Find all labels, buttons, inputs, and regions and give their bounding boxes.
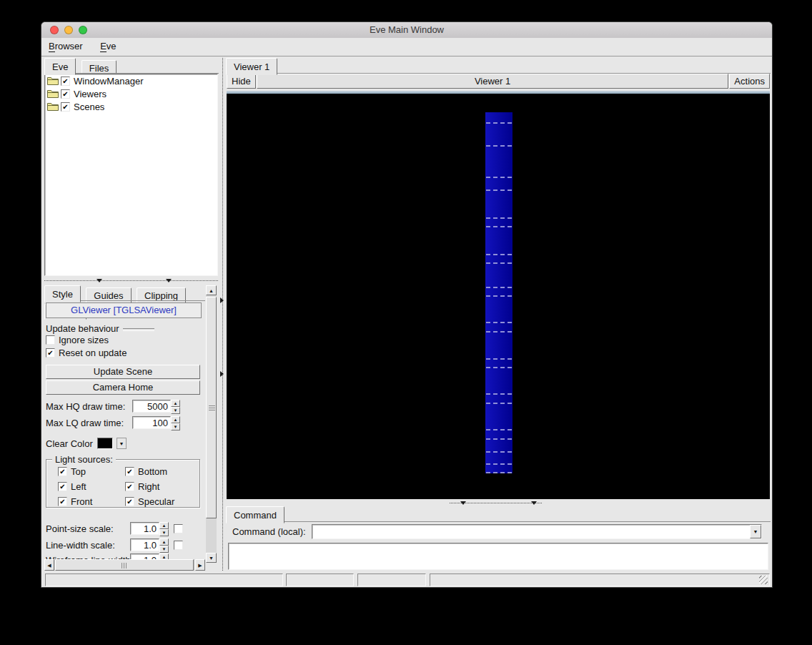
viewer-tabbar: Viewer 1 [226, 58, 771, 74]
tab-style[interactable]: Style [44, 285, 81, 302]
glviewer-button[interactable]: GLViewer [TGLSAViewer] [46, 302, 202, 318]
scroll-up-icon[interactable]: ▲ [206, 285, 217, 295]
resize-grip[interactable] [759, 576, 768, 584]
tree-checkbox[interactable]: ✔ [61, 77, 70, 86]
spin-down-icon[interactable]: ▼ [171, 423, 180, 430]
point-size-spinbox: 1.0 ▲▼ [130, 522, 169, 535]
scrollbar-thumb[interactable] [55, 559, 194, 571]
tree-item-viewers[interactable]: ✔ Viewers [45, 87, 217, 100]
spin-up-icon[interactable]: ▲ [171, 416, 180, 423]
wireframe-row: Wireframe line-width 1.0 ▲▼ [46, 553, 169, 559]
folder-icon [47, 102, 59, 111]
checkbox-light-front[interactable]: ✔Front [58, 496, 125, 507]
eve-tree: ✔ WindowManager ✔ Viewers ✔ Scenes [44, 74, 218, 276]
tree-checkbox[interactable]: ✔ [61, 89, 70, 99]
point-size-checkbox[interactable] [174, 524, 183, 533]
gl-viewport[interactable] [227, 94, 770, 499]
clear-color-row: Clear Color ▼ [46, 438, 127, 449]
command-input[interactable] [312, 525, 750, 538]
segment-dash-line [486, 122, 512, 124]
segment-dash-line [486, 367, 512, 368]
line-width-value[interactable]: 1.0 [130, 538, 159, 551]
segment-dash-line [486, 438, 512, 440]
segment-dash-line [486, 451, 512, 453]
max-hq-value[interactable]: 5000 [132, 400, 171, 413]
tab-viewer-1[interactable]: Viewer 1 [226, 58, 277, 75]
update-scene-button[interactable]: Update Scene [46, 365, 200, 379]
segment-dash-line [486, 217, 512, 219]
point-size-value[interactable]: 1.0 [130, 522, 159, 535]
spin-up-icon[interactable]: ▲ [159, 522, 169, 529]
line-width-checkbox[interactable] [174, 541, 183, 550]
scrollbar-thumb[interactable] [206, 297, 217, 518]
segment-dash-line [486, 403, 512, 404]
titlebar[interactable]: Eve Main Window [41, 22, 772, 39]
style-panel: GLViewer [TGLSAViewer] Update behaviour … [44, 301, 205, 559]
wireframe-spinbox: 1.0 ▲▼ [130, 553, 169, 559]
clear-color-dropdown-icon[interactable]: ▼ [117, 438, 127, 449]
tab-command[interactable]: Command [226, 506, 284, 523]
segment-dash-line [486, 287, 512, 288]
scroll-down-icon[interactable]: ▼ [206, 553, 217, 563]
viewer-toolbar: Hide Viewer 1 Actions [227, 74, 770, 90]
command-splitter[interactable] [227, 500, 770, 506]
splitter-arrow-icon [96, 279, 102, 282]
command-tabbar: Command [226, 506, 771, 522]
segment-dash-line [486, 226, 512, 227]
spin-down-icon[interactable]: ▼ [159, 529, 169, 536]
checkbox-light-bottom[interactable]: ✔Bottom [125, 466, 174, 477]
segment-dash-line [486, 322, 512, 323]
camera-home-button[interactable]: Camera Home [46, 380, 200, 395]
tab-eve[interactable]: Eve [44, 58, 76, 75]
style-vertical-scrollbar[interactable]: ▲ ▼ [206, 285, 217, 563]
spin-up-icon[interactable]: ▲ [171, 400, 180, 407]
menu-browser[interactable]: Browser [41, 38, 90, 51]
checkbox-ignore-sizes[interactable]: Ignore sizes [46, 335, 109, 345]
point-size-row: Point-size scale: 1.0 ▲▼ [46, 522, 183, 535]
command-output[interactable] [228, 543, 768, 570]
spin-up-icon[interactable]: ▲ [159, 538, 169, 546]
statusbar [41, 573, 772, 587]
segment-dash-line [486, 254, 512, 255]
scroll-right-icon[interactable]: ▶ [195, 559, 205, 571]
status-cell [357, 573, 426, 586]
tree-item-scenes[interactable]: ✔ Scenes [45, 100, 217, 113]
checkbox-light-top[interactable]: ✔Top [58, 466, 125, 477]
left-horizontal-splitter[interactable] [44, 277, 218, 284]
window-title: Eve Main Window [41, 24, 772, 35]
hide-button[interactable]: Hide [227, 74, 256, 89]
command-row: Command (local): ▼ [226, 523, 771, 540]
viewer-title: Viewer 1 [257, 74, 729, 89]
light-sources-group: Light sources: ✔Top ✔Bottom ✔Left ✔Right… [46, 459, 200, 508]
wireframe-value[interactable]: 1.0 [130, 553, 159, 559]
scroll-left-icon[interactable]: ◀ [44, 559, 54, 571]
tree-item-windowmanager[interactable]: ✔ WindowManager [45, 74, 217, 87]
menubar: Browser Eve [41, 38, 772, 56]
tree-checkbox[interactable]: ✔ [61, 102, 70, 112]
max-hq-row: Max HQ draw time: 5000 ▲▼ [46, 400, 180, 413]
line-width-spinbox: 1.0 ▲▼ [130, 538, 169, 551]
checkbox-light-specular[interactable]: ✔Specular [125, 496, 174, 507]
update-behaviour-separator: Update behaviour [46, 323, 154, 334]
splitter-arrow-icon [166, 279, 172, 282]
splitter-arrow-icon [460, 501, 466, 505]
menu-eve[interactable]: Eve [93, 38, 123, 51]
checkbox-light-right[interactable]: ✔Right [125, 481, 174, 492]
actions-button[interactable]: Actions [729, 74, 770, 89]
checkbox-light-left[interactable]: ✔Left [58, 481, 125, 492]
status-cell [430, 573, 770, 586]
spin-down-icon[interactable]: ▼ [159, 546, 169, 553]
spin-up-icon[interactable]: ▲ [159, 553, 169, 559]
segment-dash-line [486, 463, 512, 465]
checkbox-reset-on-update[interactable]: ✔ Reset on update [46, 348, 127, 358]
main-vertical-splitter[interactable] [219, 58, 226, 571]
spin-down-icon[interactable]: ▼ [171, 407, 180, 414]
combo-dropdown-icon[interactable]: ▼ [750, 525, 761, 538]
clear-color-swatch[interactable] [97, 438, 113, 449]
style-horizontal-scrollbar[interactable]: ◀ ▶ [44, 559, 205, 571]
splitter-arrow-icon [220, 297, 224, 303]
segment-dash-line [486, 472, 512, 473]
splitter-arrow-icon [220, 371, 224, 377]
energy-column [485, 112, 513, 473]
max-lq-value[interactable]: 100 [132, 416, 171, 429]
